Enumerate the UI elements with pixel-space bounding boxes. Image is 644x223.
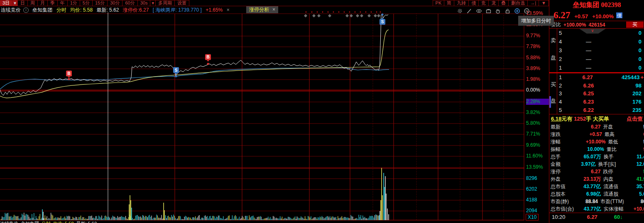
dropdown-arrow-icon[interactable]: ▾ [12, 0, 18, 6]
svg-text:B: B [206, 55, 209, 59]
toolbar-button-竞[interactable]: 竞 [478, 0, 489, 6]
bond-badge[interactable]: 债 [616, 12, 622, 18]
gear-icon[interactable] [457, 8, 463, 14]
sell-side-label: 卖盘 [551, 29, 556, 72]
diamond-marker-icon [304, 14, 307, 17]
toolbar-button-九转[interactable]: 九转 [454, 0, 469, 6]
period-button-5分[interactable]: 5分 [80, 0, 93, 6]
dropdown-arrow-icon[interactable]: ▾ [150, 0, 156, 6]
alert-action-link[interactable]: 点击查 [627, 115, 643, 123]
bid-row-2[interactable]: 26.2698 [557, 82, 644, 90]
toolbar-button-叠[interactable]: 叠 [498, 0, 509, 6]
toolbar-button-删自选[interactable]: 删自选 [508, 0, 528, 6]
zoom-out-icon[interactable] [524, 8, 530, 14]
period-button-月[interactable]: 月 [37, 0, 48, 6]
intraday-chart[interactable]: BSBS [0, 0, 524, 223]
weiliang-value: 426154 [588, 22, 605, 28]
period-button-3日[interactable]: 3日 [0, 0, 12, 6]
bid-row-4[interactable]: 46.23176 [557, 98, 644, 106]
scroll-indicator[interactable] [549, 96, 551, 108]
panel-footer: 10:20 6.27 60↓ [549, 213, 644, 221]
overlay-close-icon[interactable]: × [227, 7, 230, 13]
volume-axis-label: 2094 [526, 208, 548, 214]
period-label: 分时 [56, 7, 66, 13]
big-order-alert[interactable]: 6.18元有1252手 大买单 点击查 [549, 114, 644, 123]
axis-label: 5.80% [526, 120, 548, 126]
volume-axis-label: 4188 [526, 197, 548, 203]
axis-label: 9.77% [526, 33, 548, 39]
toolbar-button-PK[interactable]: PK [433, 0, 445, 6]
period-button-60分[interactable]: 60分 [122, 0, 137, 6]
chart-header: 连续竞价i 垒知集团 分时 均价: 5.58 最新: 5.62 涨停价:6.27… [1, 7, 232, 13]
stat-row: 金额3.97亿换手[实]12.0 [549, 160, 644, 168]
clipped-next-row: 连续竞价垒知集团分时均价: 5.58最新: 5.62 [0, 221, 524, 223]
period-button-1分[interactable]: 1分 [67, 0, 80, 6]
diamond-marker-icon [317, 14, 321, 17]
period-button-年[interactable]: 年 [57, 0, 68, 6]
period-button-日[interactable]: 日 [17, 0, 28, 6]
toolbar-button-▼[interactable]: ▼ [539, 0, 549, 6]
diamond-marker-icon [374, 14, 377, 17]
stock-title: 垒知集团 002398 [549, 0, 644, 10]
tab-limit-up-analysis[interactable]: 涨停分析× [246, 6, 278, 13]
stat-row: 总手65.07万换手11.4 [549, 153, 644, 160]
ask-row-1[interactable]: 1—0 [557, 63, 644, 72]
period-button-15分[interactable]: 15分 [92, 0, 108, 6]
axis-label: 9.69% [526, 142, 548, 148]
add-multiday-tooltip: 增加多日分时 [518, 16, 554, 26]
volume-axis-label: 6202 [526, 186, 548, 192]
axis-label: 0.00% [526, 87, 548, 93]
bid-row-5[interactable]: 56.22235 [557, 106, 644, 114]
tab-close-icon[interactable]: × [272, 7, 275, 12]
diamond-marker-icon [360, 14, 363, 17]
ask-book: 卖盘 504—03—02—01—0 ∨ [549, 29, 644, 72]
lock-icon[interactable] [504, 8, 511, 14]
bid-book: 买盘 16.27425443+26.269836.2520246.2317656… [549, 73, 644, 114]
zoom-in-icon[interactable] [514, 8, 520, 14]
quote-panel: 垒知集团 002398 6.27 +0.57 +10.00% 债 委比 +100… [549, 0, 644, 223]
diamond-marker-icon [377, 14, 380, 17]
price-axis: X10 13.59%11.68%9.77%7.78%5.88%3.89%1.98… [525, 0, 549, 223]
seal-dot-icon [338, 12, 340, 13]
buy-button[interactable]: 买 [626, 22, 644, 28]
down-arrow-icon: ↓ [620, 214, 623, 220]
period-button-30分[interactable]: 30分 [107, 0, 122, 6]
seal-dot-icon [311, 12, 313, 13]
period-button-季[interactable]: 季 [47, 0, 58, 6]
diamond-marker-icon [345, 14, 349, 17]
seal-dot-icon [360, 12, 361, 13]
bid-row-1[interactable]: 16.27425443+ [557, 73, 644, 82]
stat-row: 市盈(静)88.84市盈(TTM)86 [549, 198, 644, 205]
hand-icon[interactable] [495, 8, 501, 14]
period-button-30s[interactable]: 30s [137, 0, 151, 6]
toolbar-button-龙[interactable]: 龙 [488, 0, 499, 6]
pen-icon[interactable] [466, 8, 473, 14]
stat-row: 涨幅+10.00%最低5 [549, 138, 644, 145]
avg-price-label: 均价: 5.58 [70, 7, 93, 13]
ask-row-3[interactable]: 3—0 [557, 46, 644, 55]
seal-dot-icon [355, 12, 356, 13]
trading-terminal: BSBS 3日▾日周月季年1分5分15分30分60分30s▾多周期设置 PK简九… [0, 0, 644, 223]
toolbar-button-债[interactable]: 债 [468, 0, 479, 6]
toolbox-icon[interactable] [485, 8, 492, 14]
info-icon[interactable]: i [23, 7, 29, 13]
axis-label: 7.78% [526, 44, 548, 50]
toolbar-right-group: PK简九转债竞龙叠删自选→|▼ [433, 0, 549, 6]
svg-text:S: S [381, 19, 384, 24]
seal-dot-icon [380, 12, 381, 13]
period-button-周[interactable]: 周 [27, 0, 38, 6]
ask-row-4[interactable]: 4—0 [557, 37, 644, 46]
stats-grid: 最新6.27开盘5涨跌+0.57最高6涨幅+10.00%最低5振幅10.00%量… [549, 123, 644, 213]
period-button-设置[interactable]: 设置 [174, 0, 189, 6]
axis-label: 3.89% [526, 65, 548, 72]
toolbar-button-简[interactable]: 简 [444, 0, 454, 6]
seal-dot-icon [344, 12, 345, 13]
stat-row: 涨停6.27跌停5 [549, 168, 644, 175]
eye-icon[interactable] [476, 8, 482, 14]
ask-row-2[interactable]: 2—0 [557, 55, 644, 63]
period-button-多周期[interactable]: 多周期 [155, 0, 175, 6]
seal-dot-icon [365, 12, 367, 13]
bid-row-3[interactable]: 36.25202 [557, 90, 644, 98]
toolbar-button-→|[interactable]: →| [527, 0, 539, 6]
seal-dot-icon [349, 12, 350, 13]
